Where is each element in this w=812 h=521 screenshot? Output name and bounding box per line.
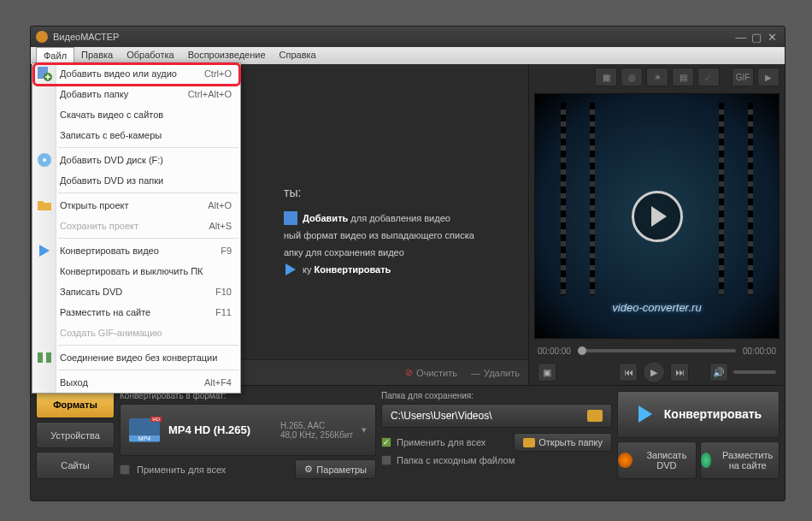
minimize-button[interactable]: — xyxy=(733,31,749,44)
menu-item[interactable]: Добавить видео или аудиоCtrl+O xyxy=(32,63,240,84)
publish-button[interactable]: Разместить на сайте xyxy=(700,441,780,479)
menu-edit[interactable]: Правка xyxy=(74,47,120,64)
next-button[interactable]: ⏭ xyxy=(670,363,689,382)
title-bar: ВидеоМАСТЕР — ▢ ✕ xyxy=(31,27,785,47)
folder-path: C:\Users\User\Videos\ xyxy=(391,410,579,422)
menu-item[interactable]: Конвертировать видеоF9 xyxy=(32,240,240,261)
format-selector[interactable]: MP4 HD (H.265) H.265, AAC 48,0 KHz, 256К… xyxy=(120,404,376,456)
delete-button[interactable]: —Удалить xyxy=(471,368,520,378)
close-button[interactable]: ✕ xyxy=(764,31,780,44)
menu-help[interactable]: Справка xyxy=(273,47,323,64)
menu-process[interactable]: Обработка xyxy=(120,47,180,64)
open-folder-button[interactable]: Открыть папку xyxy=(514,433,612,452)
menu-playback[interactable]: Воспроизведение xyxy=(181,47,273,64)
same-folder-checkbox[interactable] xyxy=(381,455,391,465)
mute-button[interactable]: 🔊 xyxy=(709,363,728,382)
video-preview: video-converter.ru xyxy=(534,93,780,339)
tab-formats[interactable]: Форматы xyxy=(36,391,115,418)
time-current: 00:00:00 xyxy=(538,346,571,356)
capture-frame-button[interactable]: ▣ xyxy=(538,363,556,382)
clear-button[interactable]: ⊘Очистить xyxy=(405,367,457,378)
speed-icon[interactable]: ☄ xyxy=(697,68,720,86)
folder-section: Папка для сохранения: C:\Users\User\Vide… xyxy=(381,391,612,479)
apply-all-folder-checkbox[interactable] xyxy=(381,437,391,447)
app-icon xyxy=(36,31,48,43)
apply-all-checkbox[interactable] xyxy=(120,465,130,475)
menu-item[interactable]: Записать DVDF10 xyxy=(32,281,240,302)
prev-button[interactable]: ⏮ xyxy=(619,363,638,382)
folder-path-box[interactable]: C:\Users\User\Videos\ xyxy=(381,404,612,428)
menu-item[interactable]: Соединение видео без конвертации xyxy=(32,347,240,368)
watermark: video-converter.ru xyxy=(612,301,701,314)
tab-sites[interactable]: Сайты xyxy=(36,452,115,479)
seek-bar-row: 00:00:00 00:00:00 xyxy=(529,342,785,359)
brightness-icon[interactable]: ☀ xyxy=(646,68,668,86)
params-button[interactable]: ⚙Параметры xyxy=(295,459,376,479)
screenshot-icon[interactable]: ▶ xyxy=(757,68,780,86)
svg-rect-6 xyxy=(284,211,297,225)
hints-title: ты: xyxy=(284,184,474,201)
menu-file[interactable]: Файл xyxy=(36,47,74,64)
film-strip-icon xyxy=(719,103,753,295)
svg-rect-12 xyxy=(46,352,51,363)
menu-item[interactable]: Разместить на сайтеF11 xyxy=(32,302,240,323)
file-dropdown-menu: Добавить видео или аудиоCtrl+OДобавить п… xyxy=(32,62,241,394)
film-icon xyxy=(284,211,297,225)
welcome-hints: ты: Добавить для добавления видео ный фо… xyxy=(284,184,474,278)
gif-icon[interactable]: GIF xyxy=(732,68,754,86)
film-strip-icon xyxy=(561,103,595,295)
crop-icon[interactable]: ▦ xyxy=(595,68,617,86)
effect-icon[interactable]: ◎ xyxy=(621,68,643,86)
join-icon xyxy=(37,350,52,365)
menu-item[interactable]: Добавить DVD из папки xyxy=(32,170,240,191)
svg-rect-11 xyxy=(38,352,43,363)
add-icon xyxy=(37,66,52,81)
menu-item[interactable]: Открыть проектAlt+O xyxy=(32,195,240,216)
menu-item[interactable]: ВыходAlt+F4 xyxy=(32,372,240,393)
menu-item: Создать GIF-анимацию xyxy=(32,323,240,343)
effects-toolbar: ▦ ◎ ☀ ▤ ☄ GIF ▶ xyxy=(529,64,785,90)
bottom-panel: Форматы Устройства Сайты Конвертировать … xyxy=(31,385,785,484)
menu-item[interactable]: Конвертировать и выключить ПК xyxy=(32,261,240,281)
disc-icon xyxy=(618,453,633,468)
tab-devices[interactable]: Устройства xyxy=(36,422,115,449)
folder-icon[interactable] xyxy=(587,410,603,422)
mp4-icon xyxy=(129,418,160,442)
dvd-icon xyxy=(37,152,52,168)
seek-slider[interactable] xyxy=(578,349,736,352)
globe-icon xyxy=(701,453,711,468)
convert-button[interactable]: Конвертировать xyxy=(617,391,780,438)
volume-slider[interactable] xyxy=(733,370,776,374)
svg-point-10 xyxy=(43,158,46,162)
menu-item[interactable]: Записать с веб-камеры xyxy=(32,125,240,145)
menu-item[interactable]: Добавить DVD диск (F:) xyxy=(32,150,240,170)
preview-panel: ▦ ◎ ☀ ▤ ☄ GIF ▶ video-converter.ru 00:00… xyxy=(528,64,785,385)
play-icon xyxy=(37,243,52,258)
playback-controls: ▣ ⏮ ▶ ⏭ 🔊 xyxy=(529,359,785,385)
format-tabs: Форматы Устройства Сайты xyxy=(36,391,115,479)
folder-icon xyxy=(523,438,535,447)
folder-icon xyxy=(37,198,52,213)
app-title: ВидеоМАСТЕР xyxy=(53,32,733,42)
gear-icon: ⚙ xyxy=(304,464,313,475)
menu-item: Сохранить проектAlt+S xyxy=(32,216,240,236)
actions-section: Конвертировать Записать DVD Разместить н… xyxy=(617,391,780,479)
format-section: Конвертировать в формат: MP4 HD (H.265) … xyxy=(120,391,376,479)
time-total: 00:00:00 xyxy=(743,346,776,356)
cut-icon[interactable]: ▤ xyxy=(672,68,694,86)
format-name: MP4 HD (H.265) xyxy=(168,423,272,436)
play-icon xyxy=(284,263,297,276)
menu-bar: Файл Правка Обработка Воспроизведение Сп… xyxy=(31,47,785,64)
convert-icon xyxy=(635,404,656,424)
burn-dvd-button[interactable]: Записать DVD xyxy=(617,441,697,479)
folder-header: Папка для сохранения: xyxy=(381,391,612,400)
play-overlay-icon[interactable] xyxy=(632,191,683,242)
maximize-button[interactable]: ▢ xyxy=(749,31,764,44)
play-button[interactable]: ▶ xyxy=(643,361,665,383)
menu-item[interactable]: Скачать видео с сайтов xyxy=(32,104,240,125)
menu-item[interactable]: Добавить папкуCtrl+Alt+O xyxy=(32,84,240,104)
chevron-down-icon: ▾ xyxy=(362,424,367,435)
